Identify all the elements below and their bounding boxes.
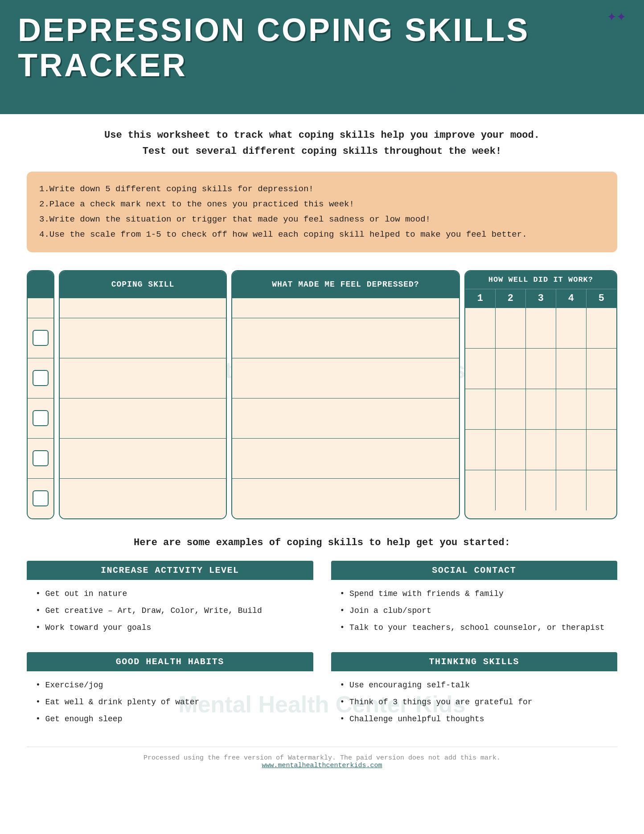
depressed-cell-4[interactable]: [232, 438, 459, 478]
rating-row-3: [465, 389, 616, 429]
rating-r2-c4[interactable]: [556, 349, 587, 389]
checkbox-col-numrow: [28, 298, 53, 318]
rating-r2-c5[interactable]: [587, 349, 616, 389]
social-item-1: Spend time with friends & family: [340, 586, 609, 601]
checkbox-cell-2[interactable]: [28, 358, 53, 398]
rating-num-4: 4: [556, 289, 587, 308]
coping-cell-5[interactable]: [60, 478, 226, 518]
wave-decoration: [0, 83, 644, 114]
activity-item-2: Get creative – Art, Draw, Color, Write, …: [36, 603, 304, 618]
checkbox-col-header: [28, 271, 53, 298]
rating-r1-c5[interactable]: [587, 308, 616, 348]
rating-r3-c1[interactable]: [465, 389, 496, 429]
depressed-subheader: [232, 298, 459, 318]
rating-numbers-row: 1 2 3 4 5: [465, 289, 616, 308]
rating-r5-c1[interactable]: [465, 470, 496, 510]
depressed-cell-5[interactable]: [232, 478, 459, 518]
checkbox-cell-1[interactable]: [28, 318, 53, 358]
footer: Processed using the free version of Wate…: [27, 747, 617, 774]
rating-r1-c1[interactable]: [465, 308, 496, 348]
rating-r4-c3[interactable]: [526, 430, 556, 470]
subtitle-line1: Use this worksheet to track what coping …: [27, 127, 617, 143]
social-item-2: Join a club/sport: [340, 603, 609, 618]
activity-item-3: Work toward your goals: [36, 620, 304, 635]
page-title: DEPRESSION COPING SKILLS TRACKER: [18, 12, 626, 83]
card-thinking-body: Use encouraging self-talk Think of 3 thi…: [331, 671, 618, 733]
instruction-1: 1.Write down 5 different coping skills f…: [39, 181, 605, 197]
rating-r4-c2[interactable]: [496, 430, 526, 470]
card-health-header: GOOD HEALTH HABITS: [27, 652, 313, 671]
checkbox-1[interactable]: [33, 330, 49, 346]
coping-skill-column: COPING SKILL: [59, 270, 227, 519]
instruction-2: 2.Place a check mark next to the ones yo…: [39, 197, 605, 212]
examples-section: Here are some examples of coping skills …: [27, 537, 617, 733]
checkbox-5[interactable]: [33, 490, 49, 506]
checkbox-3[interactable]: [33, 410, 49, 426]
coping-cell-4[interactable]: [60, 438, 226, 478]
table-wrapper: COPING SKILL WHAT MADE ME FEEL DEPRESSED…: [27, 270, 617, 519]
checkbox-2[interactable]: [33, 370, 49, 386]
card-activity: INCREASE ACTIVITY LEVEL Get out in natur…: [27, 561, 313, 642]
rating-r1-c2[interactable]: [496, 308, 526, 348]
rating-r1-c4[interactable]: [556, 308, 587, 348]
rating-column: HOW WELL DID IT WORK? 1 2 3 4 5: [464, 270, 617, 519]
instruction-4: 4.Use the scale from 1-5 to check off ho…: [39, 227, 605, 242]
depressed-header: WHAT MADE ME FEEL DEPRESSED?: [232, 271, 459, 298]
social-item-3: Talk to your teachers, school counselor,…: [340, 620, 609, 635]
footer-link[interactable]: www.mentalhealthcenterkids.com: [262, 762, 382, 769]
rating-r5-c5[interactable]: [587, 470, 616, 510]
rating-r4-c1[interactable]: [465, 430, 496, 470]
rating-r5-c4[interactable]: [556, 470, 587, 510]
checkbox-cell-5[interactable]: [28, 478, 53, 518]
checkbox-4[interactable]: [33, 450, 49, 466]
rating-r2-c3[interactable]: [526, 349, 556, 389]
rating-r5-c3[interactable]: [526, 470, 556, 510]
thinking-item-2: Think of 3 things you are grateful for: [340, 694, 609, 710]
sparkle-icon: ✦✦: [607, 9, 626, 25]
coping-skill-header: COPING SKILL: [60, 271, 226, 298]
coping-cell-1[interactable]: [60, 318, 226, 358]
rating-r3-c2[interactable]: [496, 389, 526, 429]
depressed-cell-1[interactable]: [232, 318, 459, 358]
card-social: SOCIAL CONTACT Spend time with friends &…: [331, 561, 618, 642]
examples-grid: INCREASE ACTIVITY LEVEL Get out in natur…: [27, 561, 617, 733]
card-social-header: SOCIAL CONTACT: [331, 561, 618, 580]
rating-r3-c4[interactable]: [556, 389, 587, 429]
rating-num-1: 1: [465, 289, 496, 308]
rating-header: HOW WELL DID IT WORK?: [465, 271, 616, 289]
instruction-3: 3.Write down the situation or trigger th…: [39, 212, 605, 227]
activity-item-1: Get out in nature: [36, 586, 304, 601]
rating-r4-c5[interactable]: [587, 430, 616, 470]
health-item-3: Get enough sleep: [36, 711, 304, 727]
rating-r2-c2[interactable]: [496, 349, 526, 389]
card-thinking-header: THINKING SKILLS: [331, 652, 618, 671]
depressed-column: WHAT MADE ME FEEL DEPRESSED?: [231, 270, 460, 519]
main-content: Use this worksheet to track what coping …: [0, 114, 644, 782]
checkbox-cell-3[interactable]: [28, 398, 53, 438]
card-thinking: THINKING SKILLS Use encouraging self-tal…: [331, 652, 618, 733]
rating-r5-c2[interactable]: [496, 470, 526, 510]
rating-r1-c3[interactable]: [526, 308, 556, 348]
checkbox-column: [27, 270, 54, 519]
tracker-table: COPING SKILL WHAT MADE ME FEEL DEPRESSED…: [27, 270, 617, 519]
thinking-item-1: Use encouraging self-talk: [340, 678, 609, 693]
rating-r3-c3[interactable]: [526, 389, 556, 429]
coping-skill-subheader: [60, 298, 226, 318]
rating-r3-c5[interactable]: [587, 389, 616, 429]
rating-num-2: 2: [496, 289, 526, 308]
footer-text: Processed using the free version of Wate…: [27, 754, 617, 762]
checkbox-cell-4[interactable]: [28, 438, 53, 478]
depressed-cell-3[interactable]: [232, 398, 459, 438]
coping-cell-2[interactable]: [60, 358, 226, 398]
rating-row-2: [465, 348, 616, 389]
card-social-body: Spend time with friends & family Join a …: [331, 580, 618, 642]
subtitle: Use this worksheet to track what coping …: [27, 127, 617, 159]
rating-num-5: 5: [587, 289, 616, 308]
rating-r4-c4[interactable]: [556, 430, 587, 470]
rating-r2-c1[interactable]: [465, 349, 496, 389]
coping-cell-3[interactable]: [60, 398, 226, 438]
card-activity-body: Get out in nature Get creative – Art, Dr…: [27, 580, 313, 642]
depressed-cell-2[interactable]: [232, 358, 459, 398]
thinking-item-3: Challenge unhelpful thoughts: [340, 711, 609, 727]
card-activity-header: INCREASE ACTIVITY LEVEL: [27, 561, 313, 580]
